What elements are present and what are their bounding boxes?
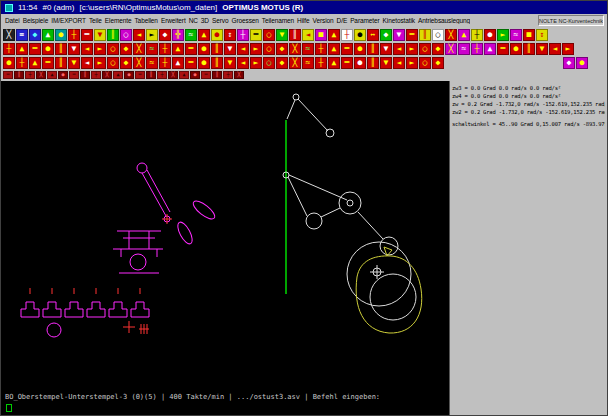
toolbar-icon[interactable]: ║ [289,29,301,41]
menu-item-erweitert[interactable]: Erweitert [161,17,186,24]
menu-item-datei[interactable]: Datei [5,17,20,24]
toolbar-icon[interactable]: ╳ [133,43,145,55]
toolbar-icon[interactable]: ═ [250,29,262,41]
toolbar-icon[interactable]: ● [211,29,223,41]
toolbar-icon[interactable]: ╬ [172,29,184,41]
toolbar-icon[interactable]: ║ [107,29,119,41]
toolbar-icon[interactable]: ═ [42,57,54,69]
toolbar-icon[interactable]: ► [250,57,262,69]
toolbar-icon[interactable]: ○ [263,43,275,55]
toolbar-icon[interactable]: ║ [211,43,223,55]
toolbar-icon[interactable]: ▼ [380,43,392,55]
toolbar-icon[interactable]: ▲ [458,29,470,41]
toolbar-icon[interactable]: ┼ [237,29,249,41]
menu-item-teilenamen[interactable]: Teilenamen [262,17,294,24]
toolbar-icon[interactable]: ▼ [536,43,548,55]
toolbar-icon[interactable]: ▲ [42,29,54,41]
titlebar[interactable]: 11:54 #0 (adm) [c:\users\RN\OptimusMotus… [1,1,607,14]
toolbar-icon[interactable]: ║ [211,57,223,69]
toolbar-icon[interactable]: ▲ [172,43,184,55]
toolbar-icon[interactable]: ○ [107,43,119,55]
toolbar-icon[interactable]: ■ [315,29,327,41]
toolbar-icon[interactable]: ┼ [159,43,171,55]
toolbar-icon[interactable]: ◆ [120,43,132,55]
toolbar-icon[interactable]: ≈ [458,43,470,55]
toolbar-icon[interactable]: ◆ [380,29,392,41]
toolbar-icon[interactable]: ○ [263,57,275,69]
toolbar-icon[interactable]: ═ [341,57,353,69]
menu-item-3d[interactable]: 3D [201,17,209,24]
toolbar-icon[interactable]: ▼ [68,57,80,69]
toolbar-icon[interactable]: ═ [81,29,93,41]
toolbar-icon[interactable]: ═ [341,43,353,55]
toolbar-icon[interactable]: ≈ [510,29,522,41]
toolbar-icon[interactable]: ◄ [81,57,93,69]
toolbar-icon[interactable]: ╳ [445,29,457,41]
toolbar-icon[interactable]: ▲ [29,57,41,69]
toolbar-icon[interactable]: ◆ [276,43,288,55]
toolbar-icon[interactable]: ╳ [234,71,244,79]
toolbar-icon[interactable]: ≈ [146,57,158,69]
toolbar-icon[interactable]: ▲ [113,71,123,79]
toolbar-icon[interactable]: ┼ [157,71,167,79]
toolbar-icon[interactable]: ↕ [224,29,236,41]
toolbar-icon[interactable]: ═ [3,71,13,79]
menu-item-nc[interactable]: NC [189,17,198,24]
toolbar-icon[interactable]: ╳ [3,29,15,41]
toolbar-icon[interactable]: ◄ [133,29,145,41]
toolbar-icon[interactable]: ║ [55,43,67,55]
menu-item-kinetostatik[interactable]: Kinetostatik [383,17,415,24]
toolbar-icon[interactable]: ○ [107,57,119,69]
toolbar-icon[interactable]: ═ [406,29,418,41]
toolbar-icon[interactable]: ≈ [185,29,197,41]
toolbar-icon[interactable]: ╳ [289,43,301,55]
menu-item-version[interactable]: Version [313,17,334,24]
menu-item-elemente[interactable]: Elemente [105,17,132,24]
menu-item-im-export[interactable]: IM/EXPORT [51,17,86,24]
toolbar-icon[interactable]: ► [94,43,106,55]
toolbar-icon[interactable]: ◄ [393,43,405,55]
toolbar-icon[interactable]: ┼ [315,57,327,69]
toolbar-icon[interactable]: ● [124,71,134,79]
toolbar-icon[interactable]: ● [190,71,200,79]
toolbar-icon[interactable]: ═ [185,43,197,55]
toolbar-icon[interactable]: ► [406,57,418,69]
toolbar-icon[interactable]: ▲ [484,43,496,55]
command-cursor[interactable] [6,404,12,412]
toolbar-icon[interactable]: ≈ [302,57,314,69]
toolbar-icon[interactable]: ● [484,29,496,41]
toolbar-icon[interactable]: ┼ [25,71,35,79]
menu-item-tabellen[interactable]: Tabellen [134,17,157,24]
toolbar-icon[interactable]: ↕ [536,29,548,41]
toolbar-icon[interactable]: ◄ [302,29,314,41]
toolbar-icon[interactable]: ◆ [29,29,41,41]
menu-item-servo[interactable]: Servo [212,17,228,24]
toolbar-icon[interactable]: ≈ [146,43,158,55]
toolbar-icon[interactable]: ≡ [16,29,28,41]
toolbar-icon[interactable]: ◆ [563,57,575,69]
toolbar-icon[interactable]: ┼ [223,71,233,79]
toolbar-icon[interactable]: ▲ [328,57,340,69]
toolbar-icon[interactable]: ▲ [328,43,340,55]
toolbar-icon[interactable]: ○ [419,57,431,69]
toolbar-icon[interactable]: ║ [367,57,379,69]
toolbar-icon[interactable]: ▼ [380,57,392,69]
toolbar-icon[interactable]: ▲ [198,29,210,41]
toolbar-icon[interactable]: ║ [55,57,67,69]
toolbar-icon[interactable]: ┼ [3,43,15,55]
toolbar-icon[interactable]: ◄ [393,57,405,69]
toolbar-icon[interactable]: ═ [201,71,211,79]
toolbar-icon[interactable]: ┼ [471,29,483,41]
toolbar-icon[interactable]: ● [354,43,366,55]
toolbar-icon[interactable]: ● [510,43,522,55]
toolbar-icon[interactable]: ◄ [237,43,249,55]
toolbar-icon[interactable]: ▲ [47,71,57,79]
toolbar-icon[interactable]: ▼ [224,57,236,69]
toolbar-icon[interactable]: ▲ [328,29,340,41]
toolbar-icon[interactable]: ○ [120,29,132,41]
toolbar-icon[interactable]: ║ [80,71,90,79]
toolbar-icon[interactable]: ● [354,57,366,69]
toolbar-icon[interactable]: ● [198,43,210,55]
cad-canvas[interactable]: BO_Oberstempel-Unterstempel-3 (0)(5) | 4… [1,81,449,415]
toolbar-icon[interactable]: ┼ [315,43,327,55]
